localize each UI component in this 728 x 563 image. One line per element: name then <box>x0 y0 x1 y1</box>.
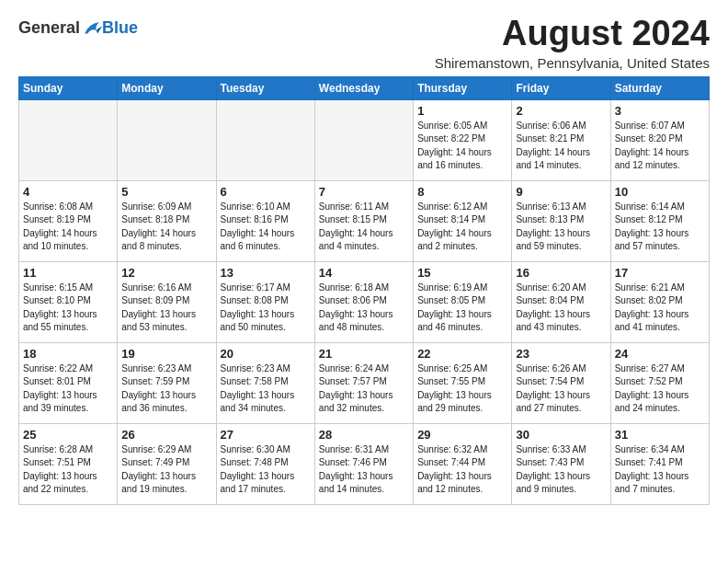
day-number: 7 <box>319 185 409 199</box>
day-number: 29 <box>417 428 507 442</box>
calendar-day-cell: 3Sunrise: 6:07 AM Sunset: 8:20 PM Daylig… <box>610 99 709 180</box>
calendar-day-cell: 18Sunrise: 6:22 AM Sunset: 8:01 PM Dayli… <box>19 342 118 423</box>
calendar-day-cell: 30Sunrise: 6:33 AM Sunset: 7:43 PM Dayli… <box>512 423 610 504</box>
day-number: 18 <box>23 347 113 361</box>
calendar-day-cell: 20Sunrise: 6:23 AM Sunset: 7:58 PM Dayli… <box>216 342 314 423</box>
day-info: Sunrise: 6:23 AM Sunset: 7:58 PM Dayligh… <box>221 362 311 416</box>
day-number: 2 <box>516 104 606 118</box>
calendar-day-cell: 10Sunrise: 6:14 AM Sunset: 8:12 PM Dayli… <box>610 180 709 261</box>
calendar-location: Shiremanstown, Pennsylvania, United Stat… <box>435 55 710 71</box>
day-number: 21 <box>319 347 409 361</box>
day-number: 3 <box>615 104 705 118</box>
calendar-day-cell <box>314 99 413 180</box>
calendar-day-cell: 1Sunrise: 6:05 AM Sunset: 8:22 PM Daylig… <box>414 99 512 180</box>
calendar-day-cell: 17Sunrise: 6:21 AM Sunset: 8:02 PM Dayli… <box>610 261 709 342</box>
weekday-header-tuesday: Tuesday <box>216 76 314 99</box>
calendar-day-cell: 31Sunrise: 6:34 AM Sunset: 7:41 PM Dayli… <box>610 423 709 504</box>
day-info: Sunrise: 6:19 AM Sunset: 8:05 PM Dayligh… <box>417 282 507 335</box>
day-info: Sunrise: 6:13 AM Sunset: 8:13 PM Dayligh… <box>516 201 606 254</box>
calendar-week-row: 18Sunrise: 6:22 AM Sunset: 8:01 PM Dayli… <box>19 342 710 423</box>
calendar-day-cell: 27Sunrise: 6:30 AM Sunset: 7:48 PM Dayli… <box>216 423 314 504</box>
calendar-day-cell: 8Sunrise: 6:12 AM Sunset: 8:14 PM Daylig… <box>414 180 512 261</box>
calendar-day-cell: 6Sunrise: 6:10 AM Sunset: 8:16 PM Daylig… <box>216 180 314 261</box>
calendar-day-cell: 16Sunrise: 6:20 AM Sunset: 8:04 PM Dayli… <box>512 261 610 342</box>
weekday-header-saturday: Saturday <box>610 76 709 99</box>
day-number: 24 <box>615 347 705 361</box>
logo: General Blue <box>18 18 138 38</box>
day-number: 19 <box>121 347 211 361</box>
day-number: 20 <box>221 347 311 361</box>
day-info: Sunrise: 6:29 AM Sunset: 7:49 PM Dayligh… <box>121 443 211 497</box>
weekday-header-row: SundayMondayTuesdayWednesdayThursdayFrid… <box>19 76 710 99</box>
calendar-day-cell <box>118 99 216 180</box>
day-number: 25 <box>23 428 113 442</box>
calendar-week-row: 25Sunrise: 6:28 AM Sunset: 7:51 PM Dayli… <box>19 423 710 504</box>
day-number: 12 <box>121 266 211 280</box>
day-number: 4 <box>23 185 113 199</box>
calendar-day-cell: 28Sunrise: 6:31 AM Sunset: 7:46 PM Dayli… <box>314 423 413 504</box>
calendar-day-cell: 29Sunrise: 6:32 AM Sunset: 7:44 PM Dayli… <box>414 423 512 504</box>
day-number: 26 <box>121 428 211 442</box>
day-number: 23 <box>516 347 606 361</box>
calendar-day-cell: 12Sunrise: 6:16 AM Sunset: 8:09 PM Dayli… <box>118 261 216 342</box>
day-info: Sunrise: 6:33 AM Sunset: 7:43 PM Dayligh… <box>516 443 606 497</box>
day-number: 8 <box>417 185 507 199</box>
page-header: General Blue August 2024 Shiremanstown, … <box>18 15 710 71</box>
calendar-day-cell: 4Sunrise: 6:08 AM Sunset: 8:19 PM Daylig… <box>19 180 118 261</box>
day-info: Sunrise: 6:14 AM Sunset: 8:12 PM Dayligh… <box>615 201 705 254</box>
weekday-header-thursday: Thursday <box>414 76 512 99</box>
day-number: 17 <box>615 266 705 280</box>
day-number: 5 <box>121 185 211 199</box>
weekday-header-wednesday: Wednesday <box>314 76 413 99</box>
calendar-day-cell: 13Sunrise: 6:17 AM Sunset: 8:08 PM Dayli… <box>216 261 314 342</box>
calendar-day-cell: 14Sunrise: 6:18 AM Sunset: 8:06 PM Dayli… <box>314 261 413 342</box>
day-number: 28 <box>319 428 409 442</box>
day-info: Sunrise: 6:31 AM Sunset: 7:46 PM Dayligh… <box>319 443 409 497</box>
day-number: 14 <box>319 266 409 280</box>
day-number: 10 <box>615 185 705 199</box>
logo-blue-text: Blue <box>102 18 138 38</box>
calendar-day-cell: 26Sunrise: 6:29 AM Sunset: 7:49 PM Dayli… <box>118 423 216 504</box>
calendar-table: SundayMondayTuesdayWednesdayThursdayFrid… <box>18 76 710 505</box>
day-info: Sunrise: 6:06 AM Sunset: 8:21 PM Dayligh… <box>516 120 606 173</box>
day-number: 1 <box>417 104 507 118</box>
day-number: 6 <box>221 185 311 199</box>
day-info: Sunrise: 6:27 AM Sunset: 7:52 PM Dayligh… <box>615 362 705 416</box>
calendar-day-cell <box>19 99 118 180</box>
day-info: Sunrise: 6:21 AM Sunset: 8:02 PM Dayligh… <box>615 282 705 335</box>
day-info: Sunrise: 6:17 AM Sunset: 8:08 PM Dayligh… <box>221 282 311 335</box>
logo-general-text: General <box>18 18 80 38</box>
weekday-header-friday: Friday <box>512 76 610 99</box>
calendar-day-cell: 22Sunrise: 6:25 AM Sunset: 7:55 PM Dayli… <box>414 342 512 423</box>
day-info: Sunrise: 6:34 AM Sunset: 7:41 PM Dayligh… <box>615 443 705 497</box>
day-number: 31 <box>615 428 705 442</box>
calendar-week-row: 11Sunrise: 6:15 AM Sunset: 8:10 PM Dayli… <box>19 261 710 342</box>
day-info: Sunrise: 6:09 AM Sunset: 8:18 PM Dayligh… <box>121 201 211 254</box>
calendar-day-cell: 25Sunrise: 6:28 AM Sunset: 7:51 PM Dayli… <box>19 423 118 504</box>
day-info: Sunrise: 6:11 AM Sunset: 8:15 PM Dayligh… <box>319 201 409 254</box>
day-info: Sunrise: 6:20 AM Sunset: 8:04 PM Dayligh… <box>516 282 606 335</box>
day-info: Sunrise: 6:25 AM Sunset: 7:55 PM Dayligh… <box>417 362 507 416</box>
calendar-day-cell: 15Sunrise: 6:19 AM Sunset: 8:05 PM Dayli… <box>414 261 512 342</box>
calendar-day-cell: 19Sunrise: 6:23 AM Sunset: 7:59 PM Dayli… <box>118 342 216 423</box>
day-number: 11 <box>23 266 113 280</box>
day-number: 27 <box>221 428 311 442</box>
calendar-week-row: 4Sunrise: 6:08 AM Sunset: 8:19 PM Daylig… <box>19 180 710 261</box>
day-info: Sunrise: 6:22 AM Sunset: 8:01 PM Dayligh… <box>23 362 113 416</box>
day-info: Sunrise: 6:08 AM Sunset: 8:19 PM Dayligh… <box>23 201 113 254</box>
weekday-header-sunday: Sunday <box>19 76 118 99</box>
day-info: Sunrise: 6:16 AM Sunset: 8:09 PM Dayligh… <box>121 282 211 335</box>
day-info: Sunrise: 6:26 AM Sunset: 7:54 PM Dayligh… <box>516 362 606 416</box>
calendar-day-cell: 23Sunrise: 6:26 AM Sunset: 7:54 PM Dayli… <box>512 342 610 423</box>
day-info: Sunrise: 6:28 AM Sunset: 7:51 PM Dayligh… <box>23 443 113 497</box>
day-info: Sunrise: 6:32 AM Sunset: 7:44 PM Dayligh… <box>417 443 507 497</box>
calendar-title: August 2024 <box>435 15 710 53</box>
day-info: Sunrise: 6:24 AM Sunset: 7:57 PM Dayligh… <box>319 362 409 416</box>
calendar-day-cell: 11Sunrise: 6:15 AM Sunset: 8:10 PM Dayli… <box>19 261 118 342</box>
calendar-day-cell: 24Sunrise: 6:27 AM Sunset: 7:52 PM Dayli… <box>610 342 709 423</box>
calendar-day-cell: 21Sunrise: 6:24 AM Sunset: 7:57 PM Dayli… <box>314 342 413 423</box>
title-block: August 2024 Shiremanstown, Pennsylvania,… <box>435 15 710 71</box>
day-info: Sunrise: 6:15 AM Sunset: 8:10 PM Dayligh… <box>23 282 113 335</box>
calendar-week-row: 1Sunrise: 6:05 AM Sunset: 8:22 PM Daylig… <box>19 99 710 180</box>
calendar-day-cell: 5Sunrise: 6:09 AM Sunset: 8:18 PM Daylig… <box>118 180 216 261</box>
